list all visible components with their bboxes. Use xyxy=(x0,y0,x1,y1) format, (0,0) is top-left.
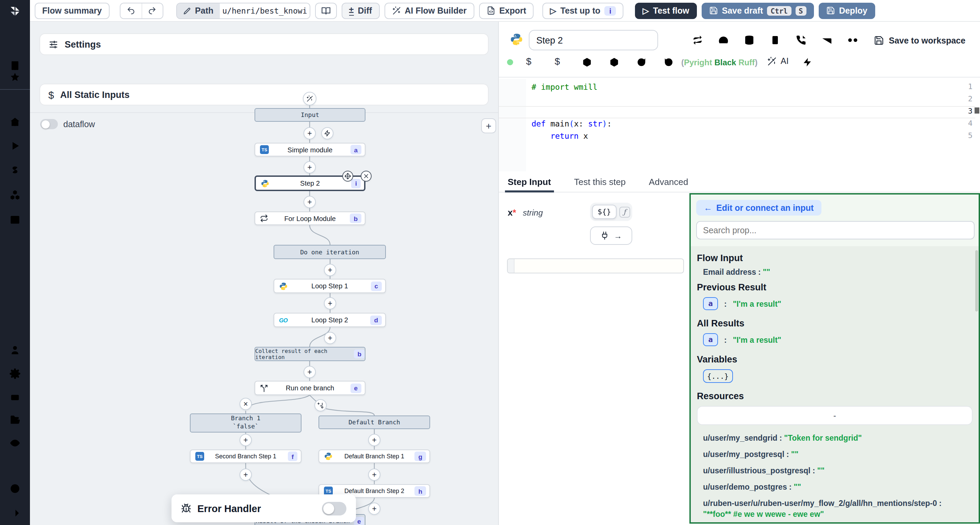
test-up-to-button[interactable]: ▷ Test up to i xyxy=(542,2,624,19)
package-icon[interactable] xyxy=(582,57,592,67)
trigger-zap-button[interactable] xyxy=(321,127,334,140)
ai-flow-builder-button[interactable]: AI Flow Builder xyxy=(384,2,474,19)
cache-database-icon[interactable] xyxy=(744,35,755,46)
tab-test-this-step[interactable]: Test this step xyxy=(574,176,626,187)
node-for-loop[interactable]: For Loop Module b xyxy=(255,211,366,225)
mock-voicemail-icon[interactable] xyxy=(847,35,858,46)
node-default-branch-step-1[interactable]: Default Branch Step 1 g xyxy=(318,449,430,463)
retries-repeat-icon[interactable] xyxy=(692,35,703,46)
variables-dollar-icon[interactable] xyxy=(9,165,21,176)
test-flow-button[interactable]: ▷ Test flow xyxy=(635,2,697,19)
flow-summary-button[interactable]: Flow summary xyxy=(35,2,109,19)
add-step-button[interactable]: + xyxy=(304,366,316,378)
node-collect-result[interactable]: Collect result of each iteration b xyxy=(255,347,366,361)
result-id-badge[interactable]: a xyxy=(703,333,718,346)
node-branch-1[interactable]: Branch 1 `false` xyxy=(190,414,301,433)
flow-input-row[interactable]: Email address:"" xyxy=(703,268,972,276)
flow-canvas[interactable]: Settings $ All Static Inputs dataflow + … xyxy=(30,22,498,525)
node-loop-step-1[interactable]: Loop Step 1 c xyxy=(274,279,386,293)
collapse-arrow-right-icon[interactable] xyxy=(9,507,21,519)
reload-icon[interactable] xyxy=(636,57,646,67)
result-id-badge[interactable]: a xyxy=(703,297,718,310)
node-second-branch-step-1[interactable]: TS Second Branch Step 1 f xyxy=(190,449,301,463)
add-step-button[interactable]: + xyxy=(304,196,316,208)
reset-icon[interactable] xyxy=(663,57,674,67)
connect-panel-scrollbar[interactable] xyxy=(975,250,978,311)
add-step-button[interactable]: + xyxy=(324,297,336,309)
resources-boxes-icon[interactable] xyxy=(9,189,21,201)
edit-or-connect-back-button[interactable]: ← Edit or connect an input xyxy=(696,200,821,216)
users-person-icon[interactable] xyxy=(9,344,21,356)
docs-book-button[interactable] xyxy=(315,2,337,19)
connect-input-button[interactable]: → xyxy=(590,227,632,245)
save-to-workspace-button[interactable]: Save to workspace xyxy=(874,35,966,46)
arg-value-input[interactable] xyxy=(507,259,684,273)
node-do-one-iteration[interactable]: Do one iteration xyxy=(274,245,386,259)
add-step-button[interactable]: + xyxy=(368,503,380,515)
resource-row[interactable]: u/user/my_postgresql:"" xyxy=(703,449,972,460)
node-run-one-branch[interactable]: Run one branch e xyxy=(255,381,366,395)
workers-robot-icon[interactable] xyxy=(9,391,21,403)
javascript-mode-button[interactable]: ƒ xyxy=(619,206,630,217)
export-button[interactable]: Export xyxy=(479,2,533,19)
error-handler-toggle[interactable] xyxy=(322,501,347,515)
favorites-star-icon[interactable] xyxy=(9,71,21,83)
add-step-button[interactable]: + xyxy=(304,127,316,140)
node-loop-step-2[interactable]: GO Loop Step 2 d xyxy=(274,313,386,327)
deploy-button[interactable]: Deploy xyxy=(819,2,875,19)
editor-scrollbar-thumb[interactable] xyxy=(975,108,979,114)
variables-badge[interactable]: {...} xyxy=(703,369,733,383)
schedules-calendar-icon[interactable] xyxy=(9,214,21,225)
node-input[interactable]: Input xyxy=(255,108,366,122)
add-step-button[interactable]: + xyxy=(368,469,380,481)
settings-gear-icon[interactable] xyxy=(9,368,21,379)
package-icon[interactable] xyxy=(609,57,619,67)
audit-eye-icon[interactable] xyxy=(9,437,21,449)
path-label-wrap[interactable]: Path xyxy=(177,3,220,18)
previous-result-row[interactable]: a : "I'm a result" xyxy=(703,297,972,310)
ai-gen-button[interactable]: AI xyxy=(767,56,789,66)
add-step-button[interactable]: + xyxy=(304,161,316,173)
add-step-button[interactable]: + xyxy=(324,332,336,344)
save-draft-button[interactable]: Save draft Ctrl S xyxy=(702,2,814,19)
ai-wand-node-button[interactable] xyxy=(303,92,317,105)
runs-play-icon[interactable] xyxy=(9,140,21,152)
tab-step-input[interactable]: Step Input xyxy=(508,176,551,187)
step-inputs-dollar-icon[interactable]: $ xyxy=(555,56,560,67)
help-icon[interactable] xyxy=(9,483,21,495)
undo-button[interactable] xyxy=(120,3,141,18)
resource-row[interactable]: u/ruben-user/u/ruben-user/my_flow_2/g/al… xyxy=(703,498,972,520)
variables-row[interactable]: {...} xyxy=(703,369,972,383)
instant-preview-zap-icon[interactable] xyxy=(802,57,813,67)
resources-filter-box[interactable]: - xyxy=(697,406,972,425)
step-title-input[interactable] xyxy=(529,30,658,50)
static-inputs-dollar-icon[interactable]: $ xyxy=(526,56,531,67)
script-library-icon[interactable] xyxy=(959,57,969,67)
node-default-branch[interactable]: Default Branch xyxy=(318,416,430,429)
add-step-button[interactable]: + xyxy=(368,434,380,446)
folders-icon[interactable] xyxy=(9,414,21,426)
delete-step-button[interactable] xyxy=(361,171,372,182)
add-step-button[interactable]: + xyxy=(240,434,252,446)
all-results-row[interactable]: a : "I'm a result" xyxy=(703,333,972,346)
resource-row[interactable]: u/user/illustrious_postgresql:"" xyxy=(703,466,972,476)
search-prop-input[interactable] xyxy=(696,221,975,240)
suspend-phone-icon[interactable] xyxy=(795,35,807,46)
tab-advanced[interactable]: Advanced xyxy=(649,176,688,187)
diff-button[interactable]: ± Diff xyxy=(341,2,379,19)
sleep-bed-icon[interactable] xyxy=(821,35,832,46)
add-step-button[interactable]: + xyxy=(324,264,336,276)
resource-row[interactable]: u/user/my_sendgrid:"Token for sendgrid" xyxy=(703,433,972,444)
code-editor[interactable]: 1 2 3 4 5 # import wmill def main(x: str… xyxy=(499,79,980,171)
resource-row[interactable]: u/user/demo_postgres:"" xyxy=(703,482,972,493)
add-branch-button[interactable] xyxy=(314,399,327,411)
redo-button[interactable] xyxy=(141,3,162,18)
template-mode-button[interactable]: ${} xyxy=(592,205,617,219)
node-simple-module[interactable]: TS Simple module a xyxy=(255,143,366,156)
add-step-button[interactable]: + xyxy=(240,469,252,481)
concurrency-square-icon[interactable] xyxy=(770,35,781,46)
remove-branch-button[interactable]: × xyxy=(240,398,252,410)
path-input[interactable] xyxy=(220,3,309,18)
home-icon[interactable] xyxy=(9,116,21,128)
workspace-building-icon[interactable] xyxy=(9,60,21,71)
